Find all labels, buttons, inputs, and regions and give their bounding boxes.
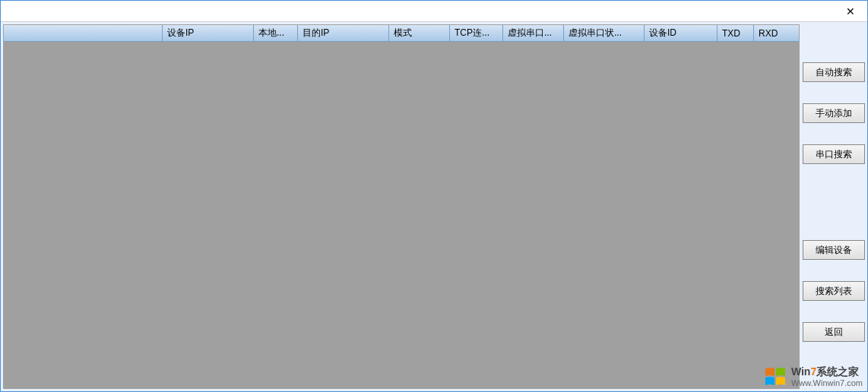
table-header-row: 设备IP 本地... 目的IP 模式 TCP连... 虚拟串口... 虚拟串口状… [4, 25, 799, 42]
auto-search-button[interactable]: 自动搜索 [803, 62, 865, 82]
column-header-mode[interactable]: 模式 [389, 25, 450, 41]
column-header-dest-ip[interactable]: 目的IP [298, 25, 389, 41]
close-button[interactable]: ✕ [834, 1, 867, 22]
manual-add-button[interactable]: 手动添加 [803, 103, 865, 123]
back-button[interactable]: 返回 [803, 322, 865, 342]
column-header-rxd[interactable]: RXD [754, 25, 790, 41]
column-header-first[interactable] [4, 25, 163, 41]
serial-search-button[interactable]: 串口搜索 [803, 144, 865, 164]
column-header-device-ip[interactable]: 设备IP [163, 25, 254, 41]
close-icon: ✕ [846, 5, 855, 17]
table-body-empty [4, 42, 799, 388]
device-table-panel: 设备IP 本地... 目的IP 模式 TCP连... 虚拟串口... 虚拟串口状… [3, 24, 800, 389]
titlebar: ✕ [1, 1, 867, 22]
side-button-panel: 自动搜索 手动添加 串口搜索 编辑设备 搜索列表 返回 [803, 24, 865, 389]
column-header-virtual-serial[interactable]: 虚拟串口... [503, 25, 564, 41]
column-header-device-id[interactable]: 设备ID [645, 25, 718, 41]
column-header-local[interactable]: 本地... [254, 25, 298, 41]
search-list-button[interactable]: 搜索列表 [803, 281, 865, 301]
column-header-virtual-serial-status[interactable]: 虚拟串口状... [564, 25, 645, 41]
column-header-txd[interactable]: TXD [718, 25, 754, 41]
column-header-tcp-conn[interactable]: TCP连... [450, 25, 503, 41]
edit-device-button[interactable]: 编辑设备 [803, 240, 865, 260]
content-area: 设备IP 本地... 目的IP 模式 TCP连... 虚拟串口... 虚拟串口状… [1, 22, 867, 391]
main-window: ✕ 设备IP 本地... 目的IP 模式 TCP连... 虚拟串口... 虚拟串… [0, 0, 868, 392]
